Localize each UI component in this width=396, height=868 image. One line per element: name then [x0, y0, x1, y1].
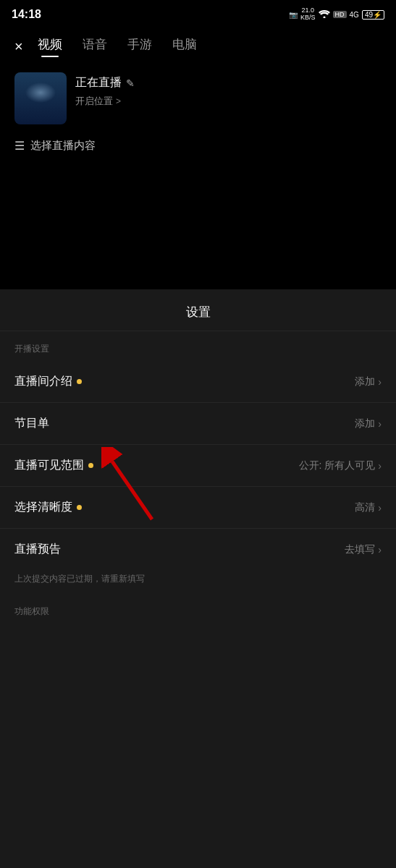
- announcement-sub-text: 上次提交内容已过期，请重新填写: [0, 570, 396, 594]
- signal-icon: 4G: [350, 11, 359, 19]
- setting-right: 公开: 所有人可见 ›: [299, 459, 382, 472]
- setting-item-left: 直播预告: [14, 542, 61, 557]
- profile-info: 正在直播 ✎ 开启位置 >: [75, 72, 382, 108]
- camera-icon: 📷: [289, 11, 298, 19]
- schedule-label: 节目单: [14, 416, 49, 431]
- edit-icon[interactable]: ✎: [126, 77, 135, 89]
- schedule-value: 添加: [355, 417, 375, 430]
- permission-section-label: 功能权限: [0, 594, 396, 624]
- live-status-text: 正在直播: [75, 75, 122, 90]
- setting-right: 添加 ›: [355, 375, 382, 388]
- setting-item-left: 直播间介绍: [14, 374, 82, 389]
- avatar: [14, 72, 67, 124]
- setting-item-left: 选择清晰度: [14, 500, 82, 515]
- schedule-chevron: ›: [378, 418, 382, 430]
- setting-item-quality[interactable]: 选择清晰度 高清 ›: [0, 487, 396, 529]
- visibility-value: 公开: 所有人可见: [299, 459, 376, 472]
- status-icons: 📷 21.0KB/S HD 4G 49⚡: [289, 7, 384, 22]
- menu-icon: ☰: [14, 139, 25, 153]
- status-time: 14:18: [12, 8, 41, 21]
- settings-panel: 设置 开播设置 直播间介绍 添加 › 节目单 添加 › 直播可见范围 公开: 所…: [0, 289, 396, 868]
- room-intro-label: 直播间介绍: [14, 374, 72, 389]
- setting-item-left: 节目单: [14, 416, 49, 431]
- announcement-value: 去填写: [345, 543, 375, 556]
- nav-tabs: 视频 语音 手游 电脑: [38, 36, 197, 57]
- location-row[interactable]: 开启位置 >: [75, 95, 382, 108]
- setting-right: 去填写 ›: [345, 543, 382, 556]
- wifi-icon: [319, 9, 330, 20]
- visibility-dot: [88, 463, 93, 468]
- tab-pc[interactable]: 电脑: [172, 36, 197, 57]
- network-speed: 21.0KB/S: [300, 7, 316, 22]
- tab-voice[interactable]: 语音: [83, 36, 107, 57]
- quality-value: 高清: [355, 501, 375, 514]
- select-content-text: 选择直播内容: [30, 139, 96, 153]
- setting-item-schedule[interactable]: 节目单 添加 ›: [0, 403, 396, 445]
- quality-label: 选择清晰度: [14, 500, 72, 515]
- location-arrow: >: [116, 96, 121, 106]
- broadcast-section-label: 开播设置: [0, 331, 396, 361]
- setting-item-visibility[interactable]: 直播可见范围 公开: 所有人可见 ›: [0, 445, 396, 487]
- room-intro-value: 添加: [355, 375, 375, 388]
- setting-item-room-intro[interactable]: 直播间介绍 添加 ›: [0, 361, 396, 403]
- visibility-label: 直播可见范围: [14, 458, 84, 473]
- upper-section: 正在直播 ✎ 开启位置 > ☰ 选择直播内容: [0, 61, 396, 321]
- live-status-row: 正在直播 ✎: [75, 75, 382, 90]
- room-intro-dot: [77, 379, 82, 384]
- settings-title: 设置: [0, 289, 396, 331]
- setting-right: 高清 ›: [355, 501, 382, 514]
- visibility-chevron: ›: [378, 460, 382, 472]
- location-label: 开启位置: [75, 95, 113, 108]
- status-bar: 14:18 📷 21.0KB/S HD 4G 49⚡: [0, 0, 396, 26]
- svg-point-0: [323, 17, 325, 19]
- quality-chevron: ›: [378, 502, 382, 514]
- room-intro-chevron: ›: [378, 376, 382, 388]
- quality-dot: [77, 505, 82, 510]
- announcement-label: 直播预告: [14, 542, 61, 557]
- profile-row: 正在直播 ✎ 开启位置 >: [14, 72, 382, 124]
- hd-badge: HD: [333, 11, 347, 18]
- announcement-chevron: ›: [378, 544, 382, 556]
- setting-item-left: 直播可见范围: [14, 458, 93, 473]
- setting-right: 添加 ›: [355, 417, 382, 430]
- top-nav: × 视频 语音 手游 电脑: [0, 26, 396, 61]
- close-button[interactable]: ×: [14, 38, 23, 55]
- battery-icon: 49⚡: [362, 10, 384, 20]
- setting-item-announcement[interactable]: 直播预告 去填写 ›: [0, 529, 396, 570]
- select-content-row[interactable]: ☰ 选择直播内容: [14, 139, 382, 153]
- tab-mobile-game[interactable]: 手游: [127, 36, 152, 57]
- tab-video[interactable]: 视频: [38, 36, 62, 57]
